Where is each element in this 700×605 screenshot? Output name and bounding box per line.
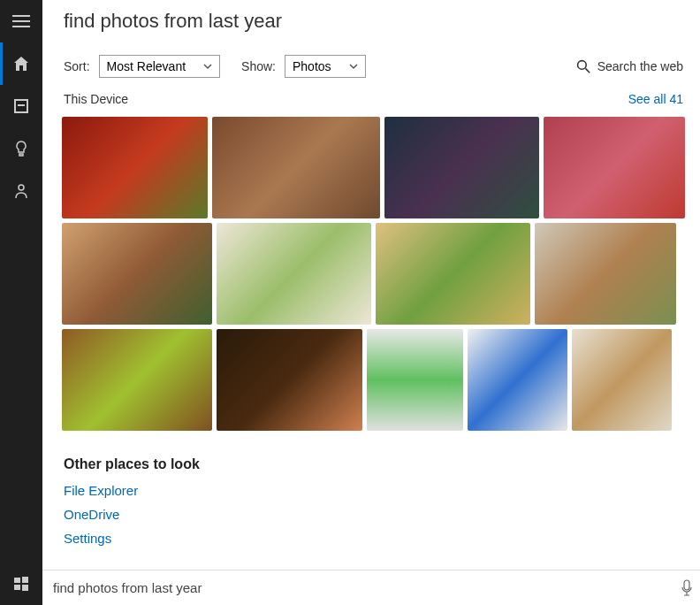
svg-rect-7 xyxy=(22,577,28,583)
sort-dropdown[interactable]: Most Relevant xyxy=(99,55,220,78)
photo-thumbnail[interactable] xyxy=(544,117,685,218)
main-area: find photos from last year Sort: Most Re… xyxy=(42,0,700,605)
photo-gallery xyxy=(42,111,700,440)
photo-thumbnail[interactable] xyxy=(217,329,362,431)
sidebar-item-apps[interactable] xyxy=(0,85,42,127)
other-places-section: Other places to look File Explorer OneDr… xyxy=(42,440,700,562)
photo-thumbnail[interactable] xyxy=(468,329,567,431)
sidebar-item-home[interactable] xyxy=(0,42,42,85)
gallery-row xyxy=(62,117,685,218)
sidebar-item-menu[interactable] xyxy=(0,0,42,42)
photo-thumbnail[interactable] xyxy=(62,117,208,218)
other-link-settings[interactable]: Settings xyxy=(64,531,683,546)
search-web-label: Search the web xyxy=(597,59,683,73)
show-dropdown-value: Photos xyxy=(293,59,331,73)
sidebar-item-person[interactable] xyxy=(0,170,42,212)
chevron-down-icon xyxy=(203,62,212,71)
gallery-row xyxy=(62,329,685,431)
other-places-title: Other places to look xyxy=(64,456,683,472)
apps-icon xyxy=(12,97,30,115)
search-input[interactable] xyxy=(53,580,680,595)
search-bar xyxy=(42,570,700,605)
photo-thumbnail[interactable] xyxy=(62,223,212,325)
svg-line-11 xyxy=(585,68,590,73)
photo-thumbnail[interactable] xyxy=(535,223,676,325)
see-all-link[interactable]: See all 41 xyxy=(628,92,683,106)
sidebar-item-tips[interactable] xyxy=(0,127,42,170)
photo-thumbnail[interactable] xyxy=(384,117,539,218)
sidebar-item-start[interactable] xyxy=(0,563,42,605)
svg-rect-0 xyxy=(12,15,30,17)
svg-rect-4 xyxy=(18,104,25,106)
header: find photos from last year xyxy=(42,0,700,42)
sort-dropdown-value: Most Relevant xyxy=(107,59,186,73)
svg-rect-12 xyxy=(684,580,689,590)
svg-rect-6 xyxy=(14,578,20,583)
person-icon xyxy=(12,182,30,200)
chevron-down-icon xyxy=(349,62,358,71)
scope-label: This Device xyxy=(64,92,128,106)
photo-thumbnail[interactable] xyxy=(367,329,463,431)
controls-bar: Sort: Most Relevant Show: Photos Search … xyxy=(42,42,700,87)
sidebar xyxy=(0,0,42,605)
svg-point-5 xyxy=(19,185,24,190)
photo-thumbnail[interactable] xyxy=(62,329,212,431)
svg-rect-2 xyxy=(12,26,30,27)
svg-point-10 xyxy=(577,61,586,70)
other-link-onedrive[interactable]: OneDrive xyxy=(64,507,683,522)
lightbulb-icon xyxy=(12,140,30,157)
windows-icon xyxy=(12,575,30,593)
search-web-link[interactable]: Search the web xyxy=(576,59,683,73)
gallery-row xyxy=(62,223,685,325)
sort-label: Sort: xyxy=(64,59,90,73)
svg-rect-9 xyxy=(22,585,28,591)
show-label: Show: xyxy=(241,59,276,73)
search-icon xyxy=(576,59,590,73)
photo-thumbnail[interactable] xyxy=(212,117,380,218)
home-icon xyxy=(12,55,30,73)
photo-thumbnail[interactable] xyxy=(376,223,530,325)
page-title: find photos from last year xyxy=(64,10,282,33)
svg-rect-1 xyxy=(12,20,30,22)
hamburger-icon xyxy=(12,12,30,30)
subheader: This Device See all 41 xyxy=(42,87,700,111)
show-dropdown[interactable]: Photos xyxy=(285,55,366,78)
svg-rect-8 xyxy=(14,585,20,590)
microphone-icon[interactable] xyxy=(680,579,694,597)
photo-thumbnail[interactable] xyxy=(572,329,672,431)
photo-thumbnail[interactable] xyxy=(217,223,371,325)
other-link-file-explorer[interactable]: File Explorer xyxy=(64,483,683,498)
